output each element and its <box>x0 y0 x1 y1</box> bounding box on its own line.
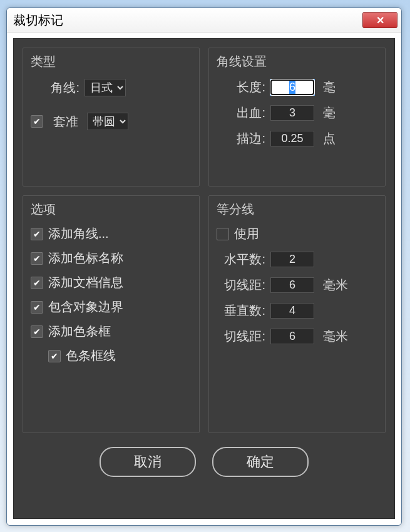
cancel-button-label: 取消 <box>134 453 161 471</box>
stroke-unit: 点 <box>323 130 336 147</box>
panel-options: 选项 ✔添加角线...✔添加色标名称✔添加文档信息✔包含对象边界✔添加色条框✔色… <box>23 195 200 433</box>
ok-button-label: 确定 <box>247 453 274 471</box>
option-row: ✔色条框线 <box>31 347 192 364</box>
hcut-label: 切线距: <box>217 277 265 294</box>
corner-style-label: 角线: <box>31 79 79 96</box>
stroke-input[interactable] <box>270 131 314 146</box>
option-checkbox[interactable]: ✔ <box>31 325 43 338</box>
option-checkbox[interactable]: ✔ <box>31 277 43 289</box>
hcut-input <box>270 277 314 293</box>
panel-corner-heading: 角线设置 <box>217 53 377 70</box>
panel-type-heading: 类型 <box>31 53 192 70</box>
corner-style-select[interactable]: 日式 <box>85 79 126 96</box>
divisions-use-checkbox[interactable] <box>217 228 229 240</box>
dialog-content: 类型 角线: 日式 ✔ 套准 带圆 角线设置 <box>13 38 395 519</box>
hcount-input <box>270 252 314 267</box>
option-label: 添加色条框 <box>48 323 111 340</box>
vcount-input <box>270 303 314 319</box>
vcut-unit: 毫米 <box>323 328 348 345</box>
vcount-label: 垂直数: <box>217 302 265 319</box>
option-checkbox[interactable]: ✔ <box>31 252 43 265</box>
cancel-button[interactable]: 取消 <box>100 447 196 477</box>
panel-corner-settings: 角线设置 长度: 毫 出血: 毫 描边: 点 <box>208 48 386 187</box>
vcut-input <box>270 329 314 344</box>
window-title: 裁切标记 <box>13 12 63 29</box>
option-checkbox[interactable]: ✔ <box>31 301 43 314</box>
option-label: 添加角线... <box>48 225 109 242</box>
bleed-input[interactable] <box>270 105 314 121</box>
option-label: 包含对象边界 <box>48 299 123 315</box>
panel-options-heading: 选项 <box>31 201 192 218</box>
option-row: ✔添加角线... <box>31 225 192 242</box>
option-label: 添加色标名称 <box>48 250 123 267</box>
option-row: ✔添加色标名称 <box>31 250 192 267</box>
close-button[interactable]: ✕ <box>362 12 397 28</box>
hcount-label: 水平数: <box>217 251 265 268</box>
option-checkbox[interactable]: ✔ <box>31 228 43 240</box>
length-unit: 毫 <box>323 79 336 96</box>
stroke-label: 描边: <box>217 130 265 147</box>
titlebar: 裁切标记 ✕ <box>7 8 401 33</box>
dialog-window: 裁切标记 ✕ 类型 角线: 日式 ✔ 套准 带圆 <box>6 8 402 526</box>
length-input[interactable] <box>270 79 314 95</box>
registration-checkbox[interactable]: ✔ <box>31 115 43 128</box>
panel-divisions: 等分线 使用 水平数: 切线距: 毫米 垂直数: <box>208 195 386 433</box>
panel-divisions-heading: 等分线 <box>217 201 377 218</box>
divisions-use-label: 使用 <box>234 225 259 242</box>
ok-button[interactable]: 确定 <box>212 447 309 477</box>
option-row: ✔包含对象边界 <box>31 299 192 315</box>
registration-style-select[interactable]: 带圆 <box>87 113 128 130</box>
panel-type: 类型 角线: 日式 ✔ 套准 带圆 <box>23 48 200 187</box>
length-label: 长度: <box>217 79 265 96</box>
option-checkbox[interactable]: ✔ <box>48 350 61 362</box>
option-label: 添加文档信息 <box>48 274 123 291</box>
close-icon: ✕ <box>376 14 384 26</box>
bleed-unit: 毫 <box>323 105 336 121</box>
vcut-label: 切线距: <box>217 328 265 345</box>
option-row: ✔添加文档信息 <box>31 274 192 291</box>
registration-label: 套准 <box>53 113 78 130</box>
bleed-label: 出血: <box>217 105 265 121</box>
option-row: ✔添加色条框 <box>31 323 192 340</box>
hcut-unit: 毫米 <box>323 277 348 294</box>
option-label: 色条框线 <box>66 347 116 364</box>
